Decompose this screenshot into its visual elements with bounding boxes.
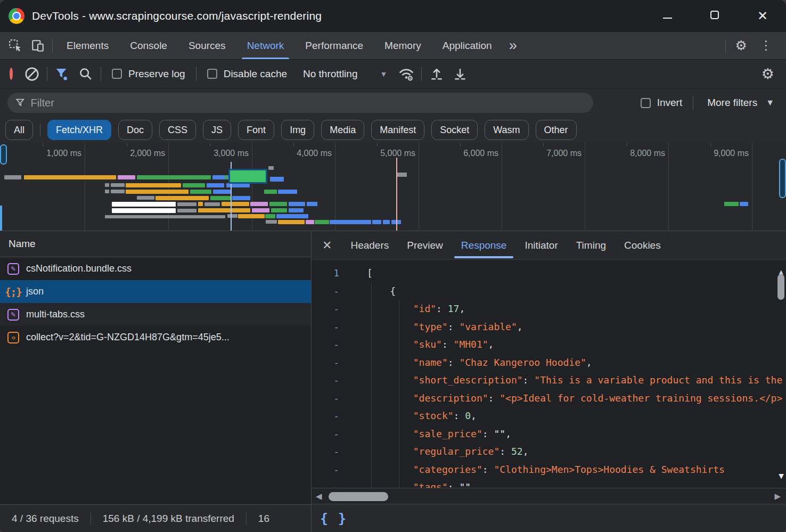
code-token <box>367 321 413 332</box>
clear-network-log-button[interactable] <box>20 63 44 85</box>
chip-doc[interactable]: Doc <box>118 120 152 140</box>
maximize-button[interactable] <box>710 11 719 21</box>
device-toolbar-button[interactable] <box>27 32 49 59</box>
kebab-menu-button[interactable]: ⋮ <box>754 38 779 53</box>
chip-font[interactable]: Font <box>238 120 274 140</box>
code-token <box>367 410 413 421</box>
import-har-button[interactable] <box>425 63 448 85</box>
request-row[interactable]: ✎csNotification.bundle.css <box>0 257 311 280</box>
network-overview-timeline[interactable]: 1,000 ms2,000 ms3,000 ms4,000 ms5,000 ms… <box>0 143 786 231</box>
detail-tab-cookies[interactable]: Cookies <box>615 231 670 259</box>
invert-checkbox[interactable]: Invert <box>641 97 683 109</box>
inspect-element-button[interactable] <box>4 32 27 59</box>
line-number: 1 <box>312 264 348 282</box>
waterfall-bar <box>105 190 109 193</box>
code-token: "This is a variable product and this is … <box>534 374 786 386</box>
waterfall-bar <box>268 166 274 170</box>
divider <box>52 39 53 53</box>
column-header-name[interactable]: Name <box>0 231 311 257</box>
format-json-button[interactable]: { } <box>320 511 347 526</box>
tab-sources[interactable]: Sources <box>178 32 236 59</box>
tab-network[interactable]: Network <box>236 32 295 59</box>
export-har-button[interactable] <box>448 63 472 85</box>
chip-img[interactable]: Img <box>281 120 314 140</box>
scroll-down-arrow[interactable]: ▼ <box>779 467 784 485</box>
network-settings-button[interactable]: ⚙ <box>755 66 781 83</box>
line-number: - <box>312 407 348 425</box>
waterfall-bar <box>112 208 176 213</box>
waterfall-bar <box>111 190 125 193</box>
throttling-select[interactable]: No throttling ▼ <box>303 68 387 80</box>
tab-memory[interactable]: Memory <box>374 32 432 59</box>
filter-toggle-button[interactable] <box>51 63 74 85</box>
chip-socket[interactable]: Socket <box>431 120 478 140</box>
chip-js[interactable]: JS <box>203 120 231 140</box>
chip-media[interactable]: Media <box>321 120 364 140</box>
scroll-left-arrow[interactable]: ◀ <box>316 492 322 501</box>
code-token: , <box>488 339 494 350</box>
divider <box>725 39 726 53</box>
chip-fetchxhr[interactable]: Fetch/XHR <box>47 120 111 140</box>
close-detail-button[interactable]: ✕ <box>312 239 341 252</box>
code-token: : <box>442 339 454 350</box>
settings-button[interactable]: ⚙ <box>729 38 754 53</box>
more-tabs-button[interactable]: » <box>503 32 523 59</box>
more-filters-button[interactable]: More filters ▼ <box>707 97 774 109</box>
waterfall-bar <box>276 214 308 218</box>
chip-manifest[interactable]: Manifest <box>371 120 424 140</box>
checkbox-icon <box>112 69 122 79</box>
network-conditions-button[interactable] <box>395 63 418 85</box>
response-body-viewer[interactable]: 1[- {- "id": 17,- "type": "variable",- "… <box>312 260 786 488</box>
code-text: "description": "<p>Ideal for cold-weathe… <box>348 389 782 407</box>
code-text: "type": "variable", <box>348 318 523 336</box>
line-number: - <box>312 425 348 443</box>
overview-grip-left-edge[interactable] <box>0 206 2 231</box>
timeline-gridline <box>419 143 419 231</box>
code-token: "<p>Ideal for cold-weather training sess… <box>500 392 782 404</box>
detail-tab-preview[interactable]: Preview <box>398 231 452 259</box>
minimize-button[interactable] <box>663 11 672 21</box>
record-network-log-button[interactable] <box>0 69 13 79</box>
overview-grip-right[interactable] <box>779 159 786 198</box>
chip-all[interactable]: All <box>5 120 33 140</box>
line-number: - <box>312 318 348 336</box>
request-row[interactable]: {;}json <box>0 280 311 303</box>
detail-tab-timing[interactable]: Timing <box>567 231 615 259</box>
waterfall-bar <box>118 175 135 179</box>
waterfall-bar <box>177 209 196 212</box>
overview-grip-left[interactable] <box>0 144 7 165</box>
code-token: : <box>482 464 494 475</box>
code-token: "Chaz Kangeroo Hoodie" <box>459 357 586 368</box>
timeline-gridline <box>585 143 585 231</box>
chip-other[interactable]: Other <box>536 120 577 140</box>
code-text: { <box>348 282 396 300</box>
waterfall-bar <box>112 202 176 207</box>
request-row[interactable]: ‹›collect?v=2&tid=G-NZGD14H87G&gtm=45je5… <box>0 326 311 349</box>
tab-application[interactable]: Application <box>432 32 503 59</box>
tab-console[interactable]: Console <box>119 32 178 59</box>
close-button[interactable]: ✕ <box>757 10 768 22</box>
vertical-scrollbar-thumb[interactable] <box>777 274 784 300</box>
scroll-right-arrow[interactable]: ▶ <box>774 492 781 501</box>
disable-cache-checkbox[interactable]: Disable cache <box>207 68 287 80</box>
code-token: "sale_price" <box>413 428 482 439</box>
chevron-down-icon: ▼ <box>380 70 387 78</box>
horizontal-scrollbar-thumb[interactable] <box>329 492 388 501</box>
search-button[interactable] <box>74 63 97 85</box>
timeline-tick-label: 5,000 ms <box>337 149 415 158</box>
request-row[interactable]: ✎multi-tabs.css <box>0 303 311 326</box>
detail-tab-headers[interactable]: Headers <box>341 231 398 259</box>
preserve-log-checkbox[interactable]: Preserve log <box>112 68 185 80</box>
waterfall-bar <box>265 214 275 218</box>
detail-tab-response[interactable]: Response <box>452 231 516 259</box>
chip-css[interactable]: CSS <box>159 120 196 140</box>
chip-wasm[interactable]: Wasm <box>485 120 528 140</box>
timeline-tick-label: 1,000 ms <box>3 149 81 158</box>
horizontal-scrollbar[interactable]: ◀ ▶ <box>312 488 786 504</box>
tab-performance[interactable]: Performance <box>294 32 374 59</box>
filter-input[interactable] <box>30 97 586 109</box>
code-text: "short_description": "This is a variable… <box>348 371 786 389</box>
request-type-filters: AllFetch/XHRDocCSSJSFontImgMediaManifest… <box>0 117 786 143</box>
tab-elements[interactable]: Elements <box>56 32 119 59</box>
detail-tab-initiator[interactable]: Initiator <box>515 231 567 259</box>
